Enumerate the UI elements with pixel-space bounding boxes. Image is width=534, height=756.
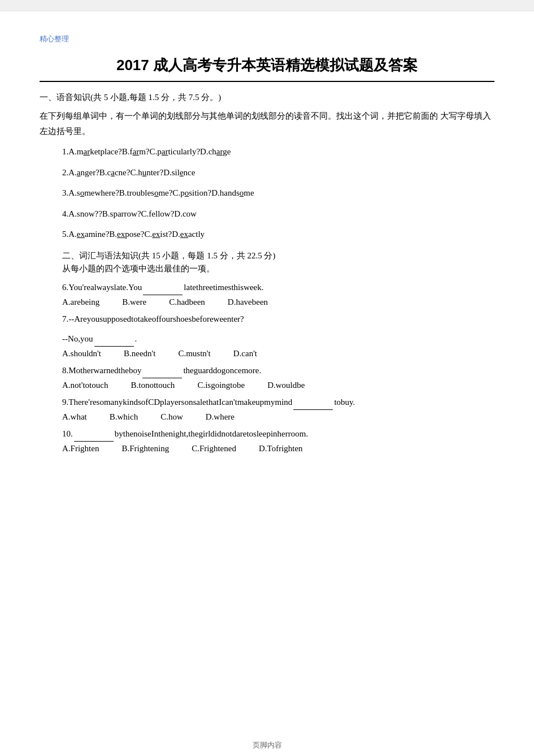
q9-blank — [293, 409, 333, 410]
q9-options: A.what B.which C.how D.where — [62, 412, 494, 422]
question-4: 4.A.snow??B.sparrow?C.fellow?D.cow — [40, 206, 494, 222]
q10-optB: B.Frightening — [121, 444, 169, 453]
q10-blank — [74, 441, 114, 442]
q3-underline: o — [80, 188, 85, 197]
q7-optD: D.can't — [233, 349, 257, 358]
question-6: 6.You'realwayslate.Youlatethreetimesthis… — [62, 280, 494, 295]
q9-optD: D.where — [206, 412, 235, 422]
question-5: 5.A.examine?B.expose?C.exist?D.exactly — [62, 226, 494, 243]
q4-underline2: ow — [127, 209, 137, 218]
q4-underline4: ow — [186, 209, 197, 218]
q6-optC: C.hadbeen — [169, 297, 205, 307]
q10-optA: A.Frighten — [62, 444, 99, 453]
q7-options: A.shouldn't B.needn't C.mustn't D.can't — [62, 349, 494, 358]
q6-blank — [143, 295, 183, 295]
section2-title: 二、词汇与语法知识(共 15 小题，每题 1.5 分，共 22.5 分) — [62, 250, 494, 261]
question-8: 8.Motherwarnedtheboytheguarddogoncemore. — [62, 363, 494, 378]
q10-optC: C.Frightened — [192, 444, 236, 453]
question-7b: --No,you. — [62, 331, 494, 347]
question-7a: 7.--Areyousupposedtotakeoffourshoesbefor… — [62, 312, 494, 327]
q8-optB: B.tonottouch — [131, 381, 175, 390]
q1-underline: ar — [84, 147, 90, 156]
q6-optD: D.havebeen — [228, 297, 268, 307]
q5-underline3: ex — [152, 230, 160, 239]
q3-underline3: o — [185, 188, 189, 197]
q6-optB: B.were — [122, 297, 146, 307]
question-9: 9.There'resomanykindsofCDplayersonsaleth… — [62, 395, 494, 410]
section2-intro: 从每小题的四个选项中选出最佳的一项。 — [62, 263, 494, 274]
question-3: 3.A.somewhere?B.troublesome?C.position?D… — [62, 185, 494, 201]
q2-underline2: a — [111, 168, 115, 177]
q8-optA: A.not'totouch — [62, 381, 108, 390]
q2-underline3: u — [142, 168, 147, 177]
q9-optC: C.how — [160, 412, 183, 422]
q8-options: A.not'totouch B.tonottouch C.isgoingtobe… — [62, 381, 494, 390]
footer: 页脚内容 — [0, 740, 534, 750]
q2-underline: a — [77, 168, 81, 177]
q5-underline2: ex — [117, 230, 125, 239]
q3-underline4: o — [240, 188, 244, 197]
page: 精心整理 2017 成人高考专升本英语精选模拟试题及答案 一、语音知识(共 5 … — [0, 11, 534, 756]
q10-options: A.Frighten B.Frightening C.Frightened D.… — [62, 444, 494, 453]
q1-underline2: ar — [133, 147, 140, 156]
q8-optC: C.isgoingtobe — [197, 381, 245, 390]
q8-optD: D.wouldbe — [267, 381, 305, 390]
q7-optA: A.shouldn't — [62, 349, 101, 358]
q5-underline: ex — [77, 230, 85, 239]
question-2: 2.A.anger?B.cacne?C.hunter?D.silence — [62, 165, 494, 181]
q2-underline4: e — [180, 168, 184, 177]
q5-underline4: ex — [180, 230, 188, 239]
question-1: 1.A.marketplace?B.farm?C.particularly?D.… — [62, 144, 494, 160]
q4-underline3: ow — [160, 209, 170, 218]
q1-underline3: ar — [162, 147, 168, 156]
q7-blank — [94, 346, 134, 347]
q6-optA: A.arebeing — [62, 297, 99, 307]
section1-title: 一、语音知识(共 5 小题,每题 1.5 分，共 7.5 分。) — [40, 92, 494, 103]
q1-underline4: ar — [216, 147, 223, 156]
header-label: 精心整理 — [40, 34, 494, 44]
main-title: 2017 成人高考专升本英语精选模拟试题及答案 — [40, 55, 494, 75]
q3-underline2: o — [154, 188, 159, 197]
q7-optB: B.needn't — [124, 349, 155, 358]
q6-options: A.arebeing B.were C.hadbeen D.havebeen — [62, 297, 494, 307]
q10-optD: D.Tofrighten — [259, 444, 303, 453]
q7-optC: C.mustn't — [178, 349, 210, 358]
q4-underline: ow — [84, 209, 94, 218]
question-10: 10.bythenoiseInthenight,thegirldidnotdar… — [62, 426, 494, 442]
q8-blank — [142, 378, 182, 378]
title-divider — [40, 81, 494, 82]
q9-optB: B.which — [110, 412, 138, 422]
q9-optA: A.what — [62, 412, 87, 422]
section1-intro: 在下列每组单词中，有一个单词的划线部分与其他单词的划线部分的读音不同。找出这个词… — [40, 109, 494, 139]
